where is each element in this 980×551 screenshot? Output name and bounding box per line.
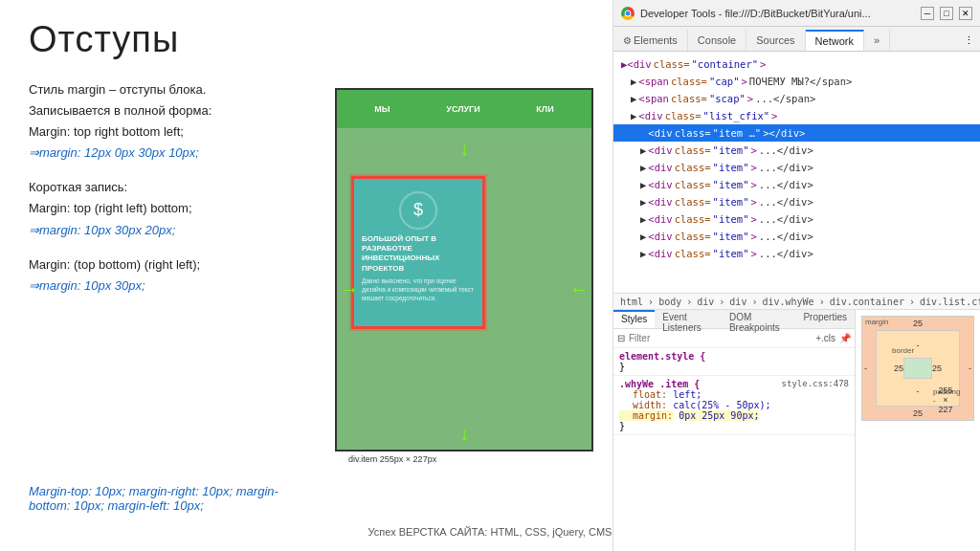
chrome-icon bbox=[621, 7, 635, 20]
box-content-size: 255 × 227 bbox=[945, 399, 947, 401]
arrow-left-icon: → bbox=[340, 277, 359, 299]
css-rule-element: element.style { } bbox=[613, 348, 855, 376]
site-nav: МЫ УСЛУГИ КЛИ bbox=[337, 90, 591, 128]
tree-line[interactable]: ▶<div class="container"> bbox=[613, 55, 980, 73]
text-line: Margin: top right bottom left; bbox=[29, 124, 184, 139]
css-rule-whywe: .whyWe .item { style.css:478 float: left… bbox=[613, 376, 855, 435]
arrow-right-icon: ← bbox=[569, 277, 589, 299]
site-body: ↓ ↓ → ← $ БОЛЬШОЙ ОПЫТ В РАЗРАБОТКЕ ИНВЕ… bbox=[337, 128, 591, 450]
breadcrumb-div2[interactable]: div bbox=[726, 296, 749, 308]
tree-line[interactable]: ▶<div class="item">...</div> bbox=[613, 245, 980, 262]
filter-input[interactable] bbox=[629, 333, 812, 343]
arrow-top-icon: ↓ bbox=[459, 138, 469, 160]
cls-button[interactable]: +.cls bbox=[815, 333, 835, 343]
item-title: БОЛЬШОЙ ОПЫТ В РАЗРАБОТКЕ ИНВЕСТИЦИОННЫХ… bbox=[362, 234, 475, 275]
breadcrumb-body[interactable]: body bbox=[656, 296, 684, 308]
devtools-settings-icon[interactable]: ⋮ bbox=[958, 31, 980, 51]
page-title: Отступы bbox=[29, 19, 297, 60]
nav-item-2: УСЛУГИ bbox=[446, 104, 479, 114]
tree-line-selected[interactable]: <div class="item …"></div> bbox=[613, 124, 980, 142]
breadcrumb-div1[interactable]: div bbox=[694, 296, 717, 308]
tab-network[interactable]: Network bbox=[806, 30, 864, 51]
arrow-bottom-icon: ↓ bbox=[459, 423, 469, 445]
highlighted-div-item: $ БОЛЬШОЙ ОПЫТ В РАЗРАБОТКЕ ИНВЕСТИЦИОНН… bbox=[351, 176, 485, 329]
tab-properties[interactable]: Properties bbox=[795, 310, 855, 328]
css-val-float: left; bbox=[673, 389, 702, 400]
padding-bottom-value: - bbox=[917, 341, 920, 350]
close-button[interactable]: ✕ bbox=[959, 7, 972, 20]
breadcrumb-listcfix[interactable]: div.list.cfix bbox=[917, 296, 980, 308]
text-line: Margin: (top bottom) (right left); bbox=[29, 257, 200, 272]
tab-event-listeners[interactable]: Event Listeners bbox=[655, 310, 722, 328]
site-preview: МЫ УСЛУГИ КЛИ ↓ ↓ → ← $ БОЛЬШОЙ ОПЫТ В Р… bbox=[335, 88, 593, 452]
tree-line[interactable]: ▶<div class="list_cfix"> bbox=[613, 107, 980, 124]
padding-left-value: 25 bbox=[932, 364, 942, 373]
tree-line[interactable]: ▶<div class="item">...</div> bbox=[613, 228, 980, 245]
tree-line[interactable]: ▶<div class="item">...</div> bbox=[613, 193, 980, 210]
devtools-tabs: ⚙ Elements Console Sources Network » ⋮ bbox=[613, 27, 980, 52]
text-line: Стиль margin – отступы блока. bbox=[29, 82, 206, 97]
tree-line[interactable]: ▶<div class="item">...</div> bbox=[613, 159, 980, 176]
styles-panel: Styles Event Listeners DOM Breakpoints P… bbox=[613, 310, 980, 551]
css-val-margin: 0px 25px 90px; bbox=[679, 410, 759, 421]
tree-line[interactable]: ▶<div class="item">...</div> bbox=[613, 176, 980, 193]
tab-sources[interactable]: Sources bbox=[746, 30, 805, 51]
devtools-title: Developer Tools - file:///D:/BitBucket/B… bbox=[640, 8, 915, 19]
margin-right-value: - bbox=[969, 364, 971, 373]
text-line: Записывается в полной форма: bbox=[29, 103, 212, 118]
breadcrumb-divwhywe[interactable]: div.whyWe bbox=[759, 296, 816, 308]
window-controls[interactable]: ─ □ ✕ bbox=[921, 7, 972, 20]
text-block-3: Margin: (top bottom) (right left); ⇒marg… bbox=[29, 254, 297, 297]
bottom-italic-text: Margin-top: 10px; margin-right: 10px; ma… bbox=[29, 484, 316, 513]
text-line-italic: ⇒margin: 12px 0px 30px 10px; bbox=[29, 145, 199, 160]
footer-text: Успех ВЕРСТКА САЙТА: HTML, CSS, jQuery, … bbox=[0, 526, 980, 538]
css-prop-width: width: bbox=[619, 400, 667, 410]
text-line: Margin: top (right left) bottom; bbox=[29, 201, 192, 215]
tree-line[interactable]: ▶<span class="cap">ПОЧЕМУ МЫ?</span> bbox=[613, 73, 980, 90]
tree-line[interactable]: ▶<div class="item">...</div> bbox=[613, 210, 980, 228]
pin-icon[interactable]: 📌 bbox=[839, 333, 851, 343]
breadcrumb-bar: html › body › div › div › div.whyWe › di… bbox=[613, 293, 980, 310]
tab-styles[interactable]: Styles bbox=[613, 310, 655, 328]
breadcrumb-html[interactable]: html bbox=[617, 296, 646, 308]
box-border: border padding - - 25 - 25 255 × 227 bbox=[876, 330, 960, 407]
box-margin: margin 25 - 25 - border padding - - 25 -… bbox=[861, 316, 974, 421]
devtools-html-tree: ▶<div class="container"> ▶<span class="c… bbox=[613, 52, 980, 293]
margin-bottom-value: 25 bbox=[913, 408, 923, 418]
tab-console[interactable]: Console bbox=[688, 30, 746, 51]
margin-top-value: 25 bbox=[913, 319, 923, 328]
nav-item-1: МЫ bbox=[374, 104, 390, 114]
devtools-panel: Developer Tools - file:///D:/BitBucket/B… bbox=[612, 0, 980, 551]
padding-right-value: 25 bbox=[894, 364, 903, 373]
box-model: margin 25 - 25 - border padding - - 25 -… bbox=[861, 316, 974, 421]
nav-item-3: КЛИ bbox=[536, 104, 553, 114]
item-icon: $ bbox=[399, 191, 437, 230]
html-tree: ▶<div class="container"> ▶<span class="c… bbox=[613, 52, 980, 293]
center-panel: МЫ УСЛУГИ КЛИ ↓ ↓ → ← $ БОЛЬШОЙ ОПЫТ В Р… bbox=[316, 0, 612, 551]
tree-line[interactable]: ▶<div class="item">...</div> bbox=[613, 142, 980, 159]
padding-top-value: - bbox=[917, 386, 920, 396]
styles-left: Styles Event Listeners DOM Breakpoints P… bbox=[613, 310, 856, 551]
tree-line[interactable]: ▶<span class="scap">...</span> bbox=[613, 90, 980, 107]
tab-dom-breakpoints[interactable]: DOM Breakpoints bbox=[722, 310, 795, 328]
styles-tabs: Styles Event Listeners DOM Breakpoints P… bbox=[613, 310, 855, 329]
tab-elements[interactable]: ⚙ Elements bbox=[613, 30, 688, 51]
margin-left-value: - bbox=[864, 364, 867, 373]
text-line-italic: ⇒margin: 10px 30px 20px; bbox=[29, 223, 175, 237]
css-prop-margin: margin: bbox=[619, 410, 673, 421]
item-text: Давно выяснено, что при оценке дизайна и… bbox=[362, 276, 475, 302]
box-padding: padding - - 25 - 25 255 × 227 bbox=[903, 358, 932, 379]
tab-more[interactable]: » bbox=[864, 30, 890, 51]
item-content: $ БОЛЬШОЙ ОПЫТ В РАЗРАБОТКЕ ИНВЕСТИЦИОНН… bbox=[354, 179, 482, 311]
css-prop-float: float: bbox=[619, 389, 667, 400]
text-line: Короткая запись: bbox=[29, 180, 127, 194]
breadcrumb-container[interactable]: div.container bbox=[827, 296, 907, 308]
text-block-2: Короткая запись: Margin: top (right left… bbox=[29, 177, 297, 240]
minimize-button[interactable]: ─ bbox=[921, 7, 934, 20]
text-block-1: Стиль margin – отступы блока. Записывает… bbox=[29, 79, 297, 164]
devtools-titlebar: Developer Tools - file:///D:/BitBucket/B… bbox=[613, 0, 980, 27]
css-val-width: calc(25% - 50px); bbox=[673, 400, 770, 410]
filter-icon: ⊟ bbox=[617, 333, 625, 343]
margin-label: margin bbox=[865, 318, 888, 326]
maximize-button[interactable]: □ bbox=[940, 7, 953, 20]
